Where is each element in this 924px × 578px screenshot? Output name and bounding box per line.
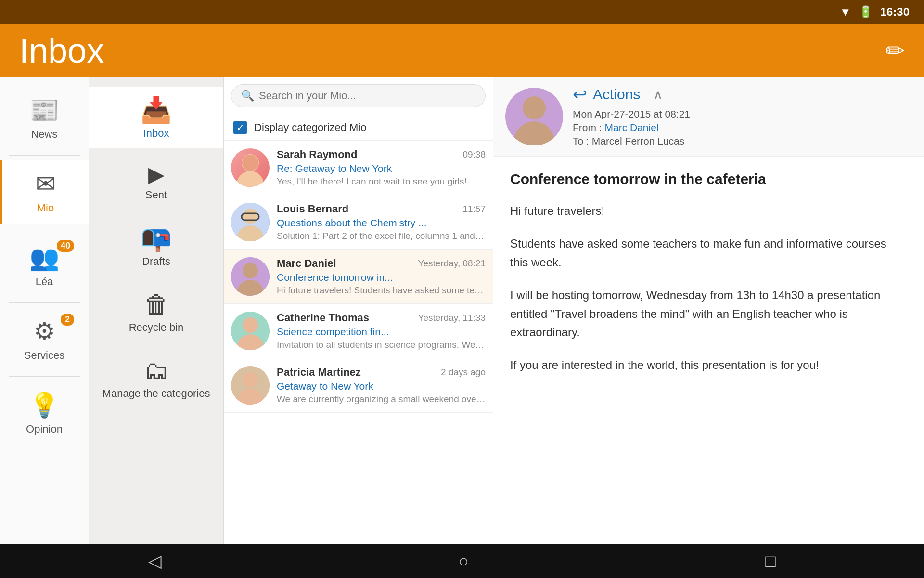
- message-sender: Marc Daniel: [277, 257, 336, 270]
- message-preview: Hi future travelers! Students have asked…: [277, 285, 486, 296]
- message-item[interactable]: Catherine Thomas Yesterday, 11:33 Scienc…: [224, 304, 493, 358]
- news-icon: 📰: [29, 96, 59, 124]
- sidebar-item-news[interactable]: 📰 News: [0, 87, 89, 150]
- categorized-bar: ✓ Display categorized Mio: [224, 115, 493, 141]
- avatar-wrap: [231, 366, 270, 405]
- wifi-icon: ▼: [840, 5, 851, 19]
- message-subject: Conference tomorrow in...: [277, 272, 486, 283]
- message-time: Yesterday, 11:33: [418, 313, 486, 323]
- categorized-checkbox[interactable]: ✓: [233, 121, 247, 134]
- sidebar-divider-4: [9, 376, 79, 377]
- services-icon: ⚙: [34, 317, 55, 345]
- avatar: [231, 312, 270, 350]
- mio-icon: ✉: [36, 170, 56, 198]
- message-sender: Sarah Raymond: [277, 148, 358, 161]
- avatar-wrap: [231, 203, 270, 241]
- message-list: 🔍 ✓ Display categorized Mio: [224, 77, 493, 544]
- sidebar-divider-3: [9, 302, 79, 303]
- sidebar-item-opinion[interactable]: 💡 Opinion: [0, 381, 89, 445]
- message-subject: Re: Getaway to New York: [277, 163, 486, 174]
- from-name: Marc Daniel: [605, 122, 659, 133]
- message-content: Marc Daniel Yesterday, 08:21 Conference …: [277, 257, 486, 296]
- avatar: [231, 366, 270, 405]
- message-header: Catherine Thomas Yesterday, 11:33: [277, 312, 486, 324]
- message-time: Yesterday, 08:21: [418, 258, 486, 269]
- reading-subject: Conference tomorrow in the cafeteria: [510, 171, 907, 187]
- search-input[interactable]: [259, 90, 475, 102]
- message-subject: Questions about the Chemistry ...: [277, 217, 486, 229]
- folder-sent[interactable]: ▶ Sent: [89, 153, 223, 210]
- folder-drafts[interactable]: 📭 Drafts: [89, 215, 223, 276]
- actions-button[interactable]: ↩ Actions ∧: [573, 84, 912, 105]
- message-preview: Invitation to all students in science pr…: [277, 340, 486, 350]
- lea-badge: 40: [57, 240, 74, 252]
- avatar-wrap: [231, 257, 270, 296]
- avatar: [231, 257, 270, 296]
- reading-date: Mon Apr-27-2015 at 08:21: [573, 108, 912, 120]
- time-display: 16:30: [880, 5, 910, 19]
- svg-point-17: [523, 96, 546, 119]
- folder-manage[interactable]: 🗂 Manage the categories: [89, 347, 223, 408]
- message-item[interactable]: Louis Bernard 11:57 Questions about the …: [224, 195, 493, 250]
- sidebar-divider-1: [9, 155, 79, 156]
- reading-paragraph-3: I will be hosting tomorrow, Wednesday fr…: [510, 286, 907, 342]
- opinion-icon: 💡: [29, 391, 59, 419]
- sidebar-item-lea[interactable]: 40 👥 Léa: [0, 234, 89, 298]
- message-header: Louis Bernard 11:57: [277, 203, 486, 215]
- reading-paragraph-2: Students have asked some teachers to mak…: [510, 235, 907, 272]
- search-input-wrap[interactable]: 🔍: [231, 84, 486, 107]
- mid-sidebar: 📥 Inbox ▶ Sent 📭 Drafts 🗑 Recycle bin 🗂 …: [89, 77, 224, 544]
- message-time: 2 days ago: [441, 367, 486, 378]
- recent-button[interactable]: □: [765, 551, 776, 571]
- sidebar-item-services[interactable]: 2 ⚙ Services: [0, 308, 89, 371]
- edit-icon[interactable]: ✏: [886, 37, 905, 64]
- home-button[interactable]: ○: [458, 551, 469, 571]
- recycle-folder-icon: 🗑: [144, 290, 169, 319]
- folder-recycle[interactable]: 🗑 Recycle bin: [89, 281, 223, 342]
- message-header: Sarah Raymond 09:38: [277, 148, 486, 161]
- message-item[interactable]: Patricia Martinez 2 days ago Getaway to …: [224, 358, 493, 413]
- reading-paragraph-4: If you are interested in the world, this…: [510, 356, 907, 374]
- svg-point-11: [243, 317, 258, 333]
- svg-point-14: [243, 372, 258, 387]
- app-title: Inbox: [19, 31, 104, 70]
- message-content: Sarah Raymond 09:38 Re: Getaway to New Y…: [277, 148, 486, 187]
- to-name: Marcel Ferron Lucas: [592, 135, 685, 146]
- message-content: Patricia Martinez 2 days ago Getaway to …: [277, 366, 486, 405]
- services-badge: 2: [61, 314, 74, 326]
- reading-meta-info: Mon Apr-27-2015 at 08:21 From : Marc Dan…: [573, 108, 912, 147]
- app-header: Inbox ✏: [0, 24, 924, 77]
- manage-folder-icon: 🗂: [144, 356, 169, 385]
- sent-folder-icon: ▶: [148, 162, 165, 186]
- message-sender: Catherine Thomas: [277, 312, 369, 324]
- message-content: Catherine Thomas Yesterday, 11:33 Scienc…: [277, 312, 486, 350]
- avatar: [231, 148, 270, 187]
- message-header: Patricia Martinez 2 days ago: [277, 366, 486, 379]
- status-bar: ▼ 🔋 16:30: [0, 0, 924, 24]
- chevron-up-icon: ∧: [653, 87, 663, 103]
- status-icons: ▼ 🔋 16:30: [840, 5, 910, 19]
- avatar-wrap: [231, 312, 270, 350]
- avatar: [231, 203, 270, 241]
- sidebar-divider-2: [9, 229, 79, 229]
- message-time: 11:57: [462, 204, 486, 214]
- reading-pane: ↩ Actions ∧ Mon Apr-27-2015 at 08:21 Fro…: [493, 77, 924, 544]
- reading-from: From : Marc Daniel: [573, 122, 912, 133]
- folder-inbox[interactable]: 📥 Inbox: [89, 87, 223, 148]
- message-subject: Getaway to New York: [277, 381, 486, 392]
- drafts-folder-icon: 📭: [141, 223, 172, 253]
- reading-body: Conference tomorrow in the cafeteria Hi …: [493, 157, 924, 544]
- main-layout: 📰 News ✉ Mio 40 👥 Léa 2 ⚙ Services 💡 Opi…: [0, 77, 924, 544]
- message-sender: Louis Bernard: [277, 203, 348, 215]
- actions-label: Actions: [593, 86, 640, 103]
- reading-header: ↩ Actions ∧ Mon Apr-27-2015 at 08:21 Fro…: [493, 77, 924, 157]
- sidebar-item-mio[interactable]: ✉ Mio: [0, 160, 89, 224]
- back-button[interactable]: ◁: [148, 551, 162, 571]
- message-sender: Patricia Martinez: [277, 366, 361, 379]
- search-bar: 🔍: [224, 77, 493, 115]
- message-item[interactable]: Sarah Raymond 09:38 Re: Getaway to New Y…: [224, 141, 493, 195]
- svg-point-1: [237, 171, 264, 187]
- message-item-selected[interactable]: Marc Daniel Yesterday, 08:21 Conference …: [224, 250, 493, 304]
- reading-meta: ↩ Actions ∧ Mon Apr-27-2015 at 08:21 Fro…: [573, 84, 912, 149]
- svg-point-8: [243, 263, 258, 278]
